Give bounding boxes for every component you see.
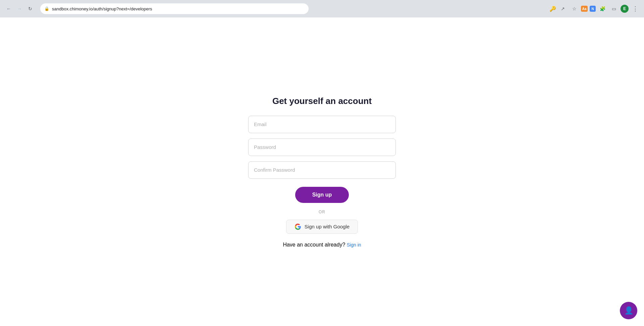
browser-chrome: ← → ↻ 🔒 sandbox.chimoney.io/auth/signup?… [0,0,644,17]
or-divider: OR [319,210,325,214]
share-button[interactable]: ↗ [558,4,568,13]
extension-button[interactable]: N [590,6,596,12]
puzzle-icon: 🧩 [600,6,605,11]
ext-icon: N [591,7,594,11]
confirm-password-input[interactable] [248,161,396,179]
lock-icon: 🔒 [44,6,49,11]
url-text: sandbox.chimoney.io/auth/signup?next=/de… [52,6,305,11]
google-signup-button[interactable]: Sign up with Google [286,220,358,234]
share-icon: ↗ [561,6,565,11]
star-icon: ☆ [572,6,577,11]
profile-letter: E [623,6,626,11]
have-account-text: Have an account already? [283,242,345,248]
google-icon [294,223,301,230]
password-input[interactable] [248,139,396,156]
font-button[interactable]: Aa [581,6,588,12]
extensions-button[interactable]: 🧩 [598,4,607,13]
page-content: Get yourself an account Sign up OR Sign … [0,17,644,326]
chat-icon: 👤 [624,306,633,315]
signin-link[interactable]: Sign in [347,242,361,248]
password-form-group [248,139,396,156]
back-arrow-icon: ← [6,6,11,11]
signin-prompt: Have an account already? Sign in [283,242,361,248]
chat-bubble[interactable]: 👤 [620,302,637,319]
reload-icon: ↻ [28,6,32,11]
signup-form-container: Get yourself an account Sign up OR Sign … [248,96,396,248]
nav-buttons: ← → ↻ [4,4,35,13]
reload-button[interactable]: ↻ [25,4,35,13]
key-icon: 🔑 [549,6,556,12]
page-title: Get yourself an account [272,96,372,106]
profile-button[interactable]: E [621,5,629,13]
bookmark-button[interactable]: ☆ [570,4,579,13]
email-form-group [248,116,396,133]
rectangle-icon: ▭ [612,6,616,11]
aa-label: Aa [582,7,587,11]
address-bar[interactable]: 🔒 sandbox.chimoney.io/auth/signup?next=/… [40,3,309,14]
more-vert-icon: ⋮ [632,5,639,12]
more-menu-button[interactable]: ⋮ [631,4,640,13]
email-input[interactable] [248,116,396,133]
signup-button[interactable]: Sign up [295,187,349,203]
split-view-button[interactable]: ▭ [609,4,619,13]
forward-arrow-icon: → [17,6,22,11]
back-button[interactable]: ← [4,4,13,13]
forward-button[interactable]: → [15,4,24,13]
confirm-password-form-group [248,161,396,179]
google-signup-label: Sign up with Google [305,224,350,229]
browser-actions: 🔑 ↗ ☆ Aa N 🧩 ▭ E ⋮ [549,4,640,13]
